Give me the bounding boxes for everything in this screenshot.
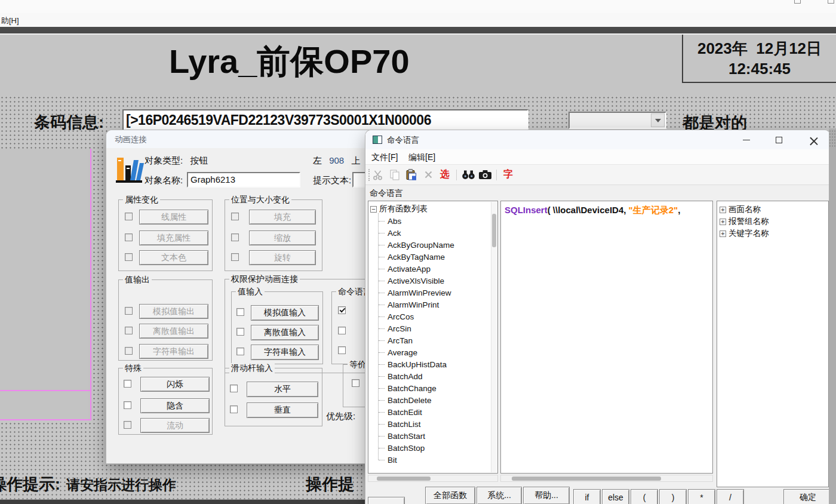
checkbox-fill[interactable] xyxy=(231,213,239,220)
button-analog-output[interactable]: 模拟值输出 xyxy=(139,304,208,319)
system-button[interactable]: 系统... xyxy=(477,487,522,504)
button-fill-attr[interactable]: 填充属性 xyxy=(139,231,208,245)
operator-button[interactable]: ) xyxy=(659,489,687,504)
function-item[interactable]: ArcCos xyxy=(375,311,497,322)
barcode-input[interactable]: [>16P0246519VAFD22123V39773S0001X1N00006 xyxy=(122,109,528,131)
expand-icon[interactable] xyxy=(720,231,726,237)
expand-icon[interactable] xyxy=(720,219,726,225)
function-item[interactable]: ArcTan xyxy=(375,334,497,346)
function-item[interactable]: ActivateApp xyxy=(375,263,497,275)
button-analog-input[interactable]: 模拟值输入 xyxy=(251,305,319,321)
names-tree-item[interactable]: 报警组名称 xyxy=(717,216,828,228)
function-item[interactable]: Bit xyxy=(375,454,497,466)
scrollbar-thumb[interactable] xyxy=(377,477,431,481)
function-item[interactable]: AckByGroupName xyxy=(375,239,497,251)
maximize-icon[interactable] xyxy=(828,0,834,4)
function-item[interactable]: Ack xyxy=(375,227,497,239)
button-line-attr[interactable]: 线属性 xyxy=(139,210,208,225)
dialog-titlebar[interactable]: 命令语言 xyxy=(365,130,830,149)
function-item[interactable]: BatchDelete xyxy=(375,394,497,406)
scrollbar-thumb[interactable] xyxy=(512,477,661,481)
button-blink[interactable]: 闪烁 xyxy=(140,377,210,392)
help-button[interactable]: 帮助... xyxy=(523,487,570,504)
function-item[interactable]: BatchAdd xyxy=(375,370,497,382)
tree-root-item[interactable]: 所有函数列表 xyxy=(368,203,497,215)
function-item[interactable]: Average xyxy=(375,346,497,358)
operator-button[interactable]: * xyxy=(688,489,715,504)
button-scale[interactable]: 缩放 xyxy=(249,231,316,245)
function-item[interactable]: AckByTagName xyxy=(375,251,497,263)
button-flow[interactable]: 流动 xyxy=(140,418,210,433)
checkbox-hide[interactable] xyxy=(124,401,131,409)
checkbox-string-input[interactable] xyxy=(236,348,244,355)
all-functions-button[interactable]: 全部函数 xyxy=(425,487,475,504)
function-item[interactable]: ArcSin xyxy=(375,322,497,334)
close-button[interactable] xyxy=(804,133,823,147)
object-name-input[interactable]: Graph6213 xyxy=(187,172,300,188)
script-editor[interactable]: SQLInsert( \\local\DeviceID4, "生产记录2", xyxy=(500,201,713,474)
camera-icon[interactable] xyxy=(477,167,493,183)
checkbox-text-color[interactable] xyxy=(125,253,133,261)
button-string-output[interactable]: 字符串输出 xyxy=(139,344,208,359)
function-item[interactable]: BatchStart xyxy=(375,430,497,442)
maximize-button[interactable] xyxy=(769,133,788,147)
scrollbar-thumb[interactable] xyxy=(492,214,496,247)
function-item[interactable]: BatchChange xyxy=(375,382,497,394)
names-tree-item[interactable]: 关键字名称 xyxy=(717,228,828,239)
operator-button[interactable]: / xyxy=(717,489,744,504)
status-combobox[interactable] xyxy=(568,112,666,129)
minimize-icon[interactable] xyxy=(794,0,801,4)
checkbox-blink[interactable] xyxy=(124,380,131,388)
operator-button[interactable]: if xyxy=(573,489,601,504)
paste-icon[interactable] xyxy=(403,167,420,183)
checkbox-cmd-1[interactable] xyxy=(338,306,346,314)
checkbox-analog-output[interactable] xyxy=(125,307,133,315)
function-item[interactable]: ActiveXlsVisible xyxy=(375,275,497,287)
partial-button[interactable] xyxy=(368,497,405,504)
ok-button[interactable]: 确定 xyxy=(783,489,830,504)
function-item[interactable]: BatchEdit xyxy=(375,406,497,418)
main-vertical-scrollbar[interactable] xyxy=(829,128,836,504)
checkbox-discrete-output[interactable] xyxy=(125,327,133,334)
cut-icon[interactable] xyxy=(370,167,386,183)
find-icon[interactable] xyxy=(460,167,477,183)
tree-vertical-scrollbar[interactable] xyxy=(491,202,497,472)
menu-item-help[interactable]: 助[H] xyxy=(1,16,19,26)
checkbox-line-attr[interactable] xyxy=(125,213,133,220)
function-item[interactable]: AlarmWinPrint xyxy=(375,299,497,311)
dialog-titlebar[interactable]: 动画连接 xyxy=(106,130,387,148)
checkbox-flow[interactable] xyxy=(124,421,131,429)
button-horizontal[interactable]: 水平 xyxy=(247,382,318,397)
copy-icon[interactable] xyxy=(386,167,403,183)
checkbox-cmd-3[interactable] xyxy=(338,346,346,354)
operator-button[interactable]: ( xyxy=(631,489,658,504)
names-tree-item[interactable]: 画面名称 xyxy=(717,204,828,216)
checkbox-scale[interactable] xyxy=(231,233,239,241)
function-item[interactable]: AlarmWinPreview xyxy=(375,287,497,299)
button-vertical[interactable]: 垂直 xyxy=(247,402,318,418)
checkbox-equiv-key[interactable] xyxy=(352,379,359,387)
minimize-button[interactable] xyxy=(737,133,756,147)
operator-button[interactable]: else xyxy=(602,489,629,504)
function-item[interactable]: Abs xyxy=(375,215,497,227)
checkbox-string-output[interactable] xyxy=(125,347,133,355)
select-tool-icon[interactable]: 选 xyxy=(437,167,453,183)
expand-icon[interactable] xyxy=(720,207,726,213)
menu-item-edit[interactable]: 编辑[E] xyxy=(408,152,435,163)
button-discrete-output[interactable]: 离散值输出 xyxy=(139,324,208,339)
checkbox-discrete-input[interactable] xyxy=(236,328,244,336)
tree-horizontal-scrollbar[interactable] xyxy=(368,475,498,482)
button-discrete-input[interactable]: 离散值输入 xyxy=(251,325,319,340)
function-item[interactable]: BatchStop xyxy=(375,442,497,454)
checkbox-horizontal[interactable] xyxy=(230,385,238,392)
delete-icon[interactable] xyxy=(420,167,437,183)
button-hide[interactable]: 隐含 xyxy=(140,398,210,413)
function-item[interactable]: BackUpHistData xyxy=(375,358,497,370)
button-string-input[interactable]: 字符串输入 xyxy=(251,345,319,360)
checkbox-fill-attr[interactable] xyxy=(125,233,133,241)
checkbox-rotate[interactable] xyxy=(231,253,239,261)
editor-horizontal-scrollbar[interactable] xyxy=(500,475,713,482)
font-tool-icon[interactable]: 字 xyxy=(500,167,517,183)
button-fill[interactable]: 填充 xyxy=(249,210,316,225)
menu-item-file[interactable]: 文件[F] xyxy=(371,152,398,163)
